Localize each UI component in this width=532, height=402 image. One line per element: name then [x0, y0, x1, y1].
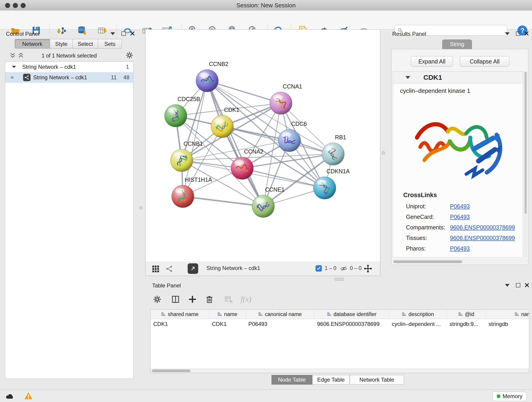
network-node-HIST1H1A[interactable]: HIST1H1A [172, 177, 212, 208]
splitter-handle[interactable] [139, 206, 143, 210]
network-options-gear-icon[interactable] [126, 51, 133, 59]
network-node-label: CCNB1 [184, 140, 203, 147]
collapse-gene-icon[interactable] [405, 76, 410, 79]
selected-count-checkbox[interactable] [316, 265, 322, 272]
table-panel: Table Panel f(x) shared name [149, 282, 530, 388]
table-cell[interactable]: 9606.ENSP00000378699 [314, 319, 389, 329]
network-edge-HIST1H1A-CCNE1[interactable] [183, 196, 263, 206]
table-options-gear-icon[interactable] [151, 293, 163, 305]
network-node-CDC25B[interactable]: CDC25B [165, 96, 200, 127]
grid-view-icon[interactable] [152, 265, 159, 273]
network-node-label: RB1 [335, 134, 346, 140]
table-cell[interactable]: stringdb [486, 319, 529, 329]
tab-network[interactable]: Network [15, 39, 50, 49]
network-row-selected[interactable]: String Network – cdk1 11 48 [5, 72, 133, 83]
cloud-icon[interactable] [5, 392, 15, 400]
gene-description: cyclin–dependent kinase 1 [400, 87, 523, 95]
open-in-browser-icon[interactable] [188, 263, 198, 274]
table-cell[interactable]: cyclin–dependent ... [389, 319, 447, 329]
network-node-CCNA1[interactable]: CCNA1 [270, 83, 302, 114]
network-node-RB1[interactable]: RB1 [322, 134, 346, 165]
column-sort-icon [402, 312, 407, 317]
column-header[interactable]: description [389, 310, 447, 319]
column-header[interactable]: @id [447, 310, 486, 319]
results-panel: Results Panel String Expand All Collapse… [389, 29, 530, 281]
tree-expand-icon[interactable] [12, 66, 16, 68]
close-panel-icon[interactable] [130, 31, 135, 36]
collapse-panel-icon[interactable] [110, 32, 115, 35]
float-panel-icon[interactable] [121, 32, 126, 36]
current-network-dot-icon [11, 76, 13, 79]
network-share-icon[interactable] [166, 265, 173, 273]
vertical-scrollbar[interactable] [524, 71, 527, 257]
network-collection-row[interactable]: String Network – cdk1 1 [5, 62, 133, 72]
close-panel-icon[interactable] [525, 283, 529, 287]
hidden-eye-slash-icon[interactable] [340, 265, 348, 273]
crosslink-value-link[interactable]: 9606.ENSP00000378699 [450, 224, 515, 231]
tab-node-table[interactable]: Node Table [272, 375, 312, 385]
tab-select[interactable]: Select [73, 39, 98, 49]
network-type-icon [23, 74, 31, 81]
splitter-handle[interactable] [335, 278, 344, 281]
network-node-CCNB2[interactable]: CCNB2 [196, 61, 228, 92]
crosslink-row: Uniprot: P06493 [393, 201, 523, 211]
network-edge-CCNB2-CCNA1[interactable] [207, 81, 281, 103]
show-columns-icon[interactable] [170, 293, 181, 305]
network-node-CDKN1A[interactable]: CDKN1A [313, 168, 350, 199]
network-canvas[interactable]: CCNB2CCNA1CDC25BCDK1CDC6RB1CCNB1CCNA2CDK… [145, 29, 380, 262]
table-cell[interactable]: stringdb:9... [447, 319, 486, 329]
selected-nodes-edges-count: 1 – 0 [325, 265, 336, 271]
tab-network-table[interactable]: Network Table [350, 375, 404, 385]
crosslink-value-link[interactable]: P06493 [450, 214, 470, 220]
crosslink-value-link[interactable]: P06493 [450, 203, 470, 210]
crosslink-value-link[interactable]: 9606.ENSP00000378699 [450, 235, 515, 241]
close-panel-icon[interactable] [524, 31, 529, 36]
column-sort-icon [217, 312, 222, 317]
tab-string[interactable]: String [442, 39, 472, 49]
network-edge-CCNB2-CCNE1[interactable] [207, 81, 263, 206]
table-cell[interactable]: CDK1 [151, 319, 209, 329]
horizontal-scrollbar[interactable] [393, 259, 527, 264]
network-node-label: CDKN1A [326, 168, 350, 174]
network-node-CCNB1[interactable]: CCNB1 [171, 140, 203, 172]
memory-button[interactable]: Memory [493, 391, 526, 401]
collapse-panel-icon[interactable] [505, 284, 510, 287]
column-header[interactable]: namespace [486, 310, 529, 319]
tab-style[interactable]: Style [50, 39, 73, 49]
pan-move-icon[interactable] [364, 264, 372, 273]
network-node-label: CDK1 [224, 107, 239, 113]
collapse-panel-icon[interactable] [505, 32, 510, 35]
column-header[interactable]: shared name [151, 310, 209, 319]
column-header[interactable]: canonical name [246, 310, 314, 319]
float-panel-icon[interactable] [516, 32, 520, 36]
crosslink-label: Compartments: [406, 224, 450, 231]
table-cell[interactable]: CDK1 [209, 319, 246, 329]
splitter-handle[interactable] [382, 151, 385, 155]
column-sort-icon [514, 312, 519, 317]
warning-icon[interactable] [24, 391, 33, 400]
delete-column-trash-icon[interactable] [203, 293, 215, 305]
column-header[interactable]: database identifier [314, 310, 389, 319]
crosslinks-heading: CrossLinks [403, 191, 523, 199]
float-panel-icon[interactable] [516, 283, 520, 287]
node-table: shared name name canonical name database… [150, 309, 529, 373]
crosslink-row: Pharos: P06493 [393, 243, 523, 254]
collapse-all-button[interactable]: Collapse All [460, 56, 509, 67]
network-node-label: CCNA2 [244, 148, 264, 155]
table-header-row: shared name name canonical name database… [151, 310, 529, 319]
expand-all-button[interactable]: Expand All [411, 56, 453, 67]
table-row[interactable]: CDK1 CDK1 P06493 9606.ENSP00000378699 cy… [151, 319, 529, 329]
crosslink-label: Pharos: [406, 245, 450, 252]
tab-edge-table[interactable]: Edge Table [312, 375, 350, 385]
gene-card-header[interactable]: CDK1 [393, 71, 523, 84]
memory-status-dot-icon [497, 395, 500, 398]
table-horizontal-scrollbar[interactable] [151, 369, 529, 373]
crosslink-value-link[interactable]: P06493 [450, 245, 470, 252]
tab-sets[interactable]: Sets [98, 39, 122, 49]
application-window: Session: New Session [0, 0, 532, 402]
column-header[interactable]: name [209, 310, 246, 319]
column-sort-icon [161, 312, 166, 317]
table-cell[interactable]: P06493 [246, 319, 314, 329]
add-column-icon[interactable] [186, 293, 198, 305]
current-network-name: String Network – cdk1 [206, 265, 260, 271]
